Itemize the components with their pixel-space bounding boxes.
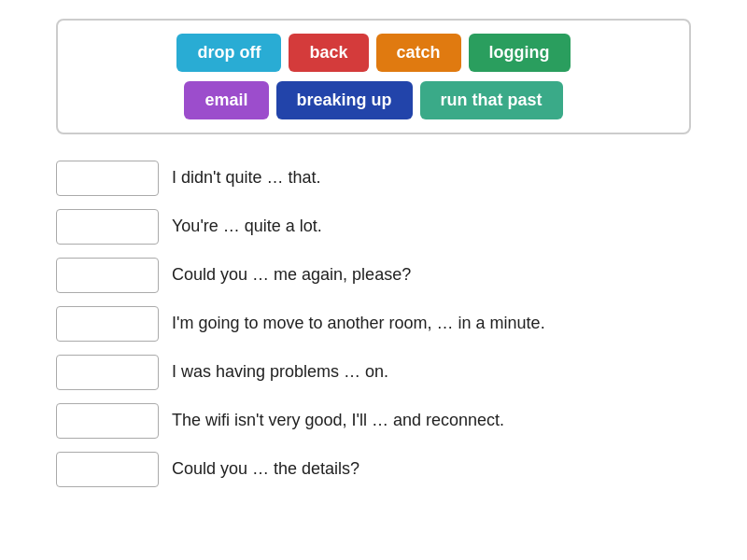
sentence-row-s3: Could you … me again, please? [56, 258, 691, 293]
chip-breaking-up[interactable]: breaking up [276, 81, 413, 119]
chip-back[interactable]: back [289, 34, 368, 72]
sentence-row-s7: Could you … the details? [56, 452, 691, 487]
chip-email[interactable]: email [184, 81, 268, 119]
sentence-text-s4: I'm going to move to another room, … in … [172, 312, 545, 335]
sentence-text-s6: The wifi isn't very good, I'll … and rec… [172, 409, 504, 432]
answer-box-s6[interactable] [56, 403, 159, 439]
main-container: drop offbackcatchlogging emailbreaking u… [0, 0, 747, 506]
sentences-container: I didn't quite … that.You're … quite a l… [56, 161, 691, 487]
word-bank-row-1: drop offbackcatchlogging [73, 34, 674, 72]
word-bank: drop offbackcatchlogging emailbreaking u… [56, 19, 691, 134]
sentence-row-s1: I didn't quite … that. [56, 161, 691, 196]
answer-box-s4[interactable] [56, 306, 159, 342]
sentence-text-s7: Could you … the details? [172, 457, 359, 481]
sentence-row-s2: You're … quite a lot. [56, 209, 691, 245]
answer-box-s1[interactable] [56, 161, 159, 196]
answer-box-s7[interactable] [56, 452, 159, 487]
sentence-text-s5: I was having problems … on. [172, 360, 388, 384]
sentence-text-s1: I didn't quite … that. [172, 166, 321, 189]
sentence-text-s3: Could you … me again, please? [172, 263, 411, 287]
chip-run-that-past[interactable]: run that past [420, 81, 563, 119]
sentence-row-s4: I'm going to move to another room, … in … [56, 306, 691, 342]
sentence-text-s2: You're … quite a lot. [172, 215, 322, 238]
chip-catch[interactable]: catch [376, 34, 461, 72]
answer-box-s2[interactable] [56, 209, 159, 245]
answer-box-s3[interactable] [56, 258, 159, 293]
word-bank-row-2: emailbreaking uprun that past [73, 81, 674, 119]
sentence-row-s5: I was having problems … on. [56, 355, 691, 390]
sentence-row-s6: The wifi isn't very good, I'll … and rec… [56, 403, 691, 439]
chip-drop-off[interactable]: drop off [176, 34, 281, 72]
answer-box-s5[interactable] [56, 355, 159, 390]
chip-logging[interactable]: logging [469, 34, 571, 72]
